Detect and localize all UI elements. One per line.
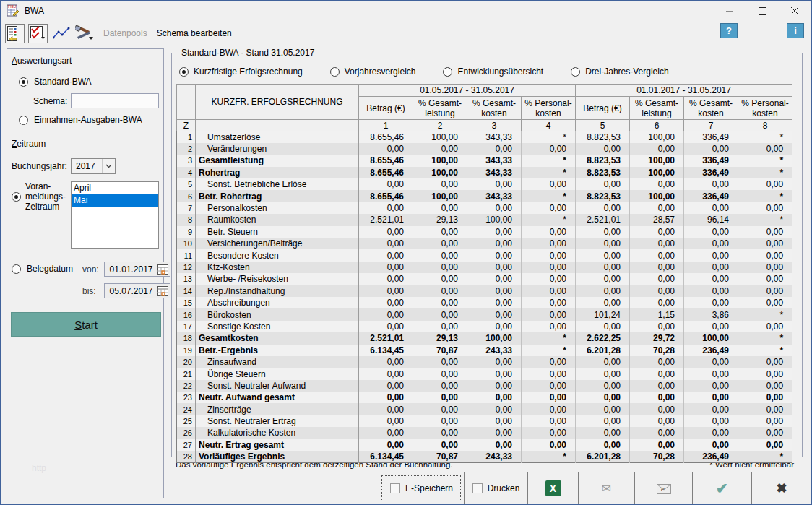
email-button[interactable]: e: [634, 472, 692, 504]
cell-value: 0,00: [738, 427, 792, 439]
cell-value: 0,00: [738, 273, 792, 285]
datenpools-button: Datenpools: [103, 28, 147, 38]
table-row[interactable]: 13Werbe- /Reisekosten0,000,000,000,000,0…: [177, 273, 792, 285]
table-row[interactable]: 9Betr. Steuern0,000,000,000,000,000,000,…: [177, 226, 792, 238]
column-header: % Personal-kosten: [522, 97, 576, 120]
help-button[interactable]: ?: [720, 23, 738, 38]
list-item-april[interactable]: April: [72, 182, 158, 194]
cell-value: 336,49: [684, 167, 738, 178]
row-label: Bürokosten: [196, 308, 359, 320]
cell-value: 6.134,45: [359, 451, 413, 462]
table-row[interactable]: 17Sonstige Kosten0,000,000,000,000,000,0…: [177, 321, 792, 332]
radio-drei-jahres-vergleich[interactable]: Drei-Jahres-Vergleich: [571, 66, 668, 77]
table-row[interactable]: 15Abschreibungen0,000,000,000,000,000,00…: [177, 297, 792, 308]
cell-value: 0,00: [576, 439, 630, 451]
cancel-button[interactable]: ✖: [751, 472, 811, 504]
radio-standard-bwa[interactable]: Standard-BWA: [19, 77, 163, 87]
buchungsjahr-select[interactable]: 2017: [71, 158, 116, 174]
check-options-icon[interactable]: [28, 24, 48, 43]
cell-value: 0,00: [684, 273, 738, 285]
cell-value: 0,00: [576, 321, 630, 332]
table-row[interactable]: 19Betr.-Ergebnis6.134,4570,87243,33*6.20…: [177, 345, 792, 356]
radio-belegdatum[interactable]: Belegdatum: [12, 264, 73, 274]
table-row[interactable]: 18Gesamtkosten2.521,0129,13100,00*2.622,…: [177, 332, 792, 344]
table-row[interactable]: 24Zinserträge0,000,000,000,000,000,000,0…: [177, 403, 792, 415]
cell-value: 70,28: [630, 345, 684, 356]
start-button[interactable]: Start: [11, 312, 161, 337]
groupbox-title: Standard-BWA - Stand 31.05.2017: [178, 48, 318, 58]
cell-value: 0,00: [467, 392, 522, 403]
mail-button[interactable]: ✉: [578, 472, 634, 504]
drucken-checkbox[interactable]: [472, 483, 483, 493]
row-number: 15: [177, 297, 196, 308]
radio-entwicklungsuebersicht[interactable]: Entwicklungsübersicht: [443, 66, 543, 77]
cell-value: 0,00: [684, 297, 738, 308]
cell-value: 100,00: [630, 131, 684, 143]
cell-value: 2.521,01: [359, 332, 413, 344]
cell-value: 0,00: [522, 403, 576, 415]
row-number: 4: [177, 167, 196, 178]
radio-kurzfristige-erfolgsrechnung[interactable]: Kurzfristige Erfolgsrechnung: [179, 66, 303, 77]
row-label: Rohertrag: [196, 167, 359, 178]
table-row[interactable]: 25Sonst. Neutraler Ertrag0,000,000,000,0…: [177, 415, 792, 427]
cell-value: 0,00: [738, 392, 792, 403]
table-row[interactable]: 27Neutr. Ertrag gesamt0,000,000,000,000,…: [177, 439, 792, 451]
table-row[interactable]: 12Kfz-Kosten0,000,000,000,000,000,000,00…: [177, 262, 792, 273]
drucken-button[interactable]: Drucken: [464, 472, 527, 504]
report-settings-icon[interactable]: [5, 24, 25, 43]
table-row[interactable]: 1Umsatzerlöse8.655,46100,00343,33*8.823,…: [177, 131, 792, 143]
cell-value: 8.655,46: [359, 167, 413, 178]
table-row[interactable]: 20Zinsaufwand0,000,000,000,000,000,000,0…: [177, 356, 792, 368]
table-row[interactable]: 10Versicherungen/Beiträge0,000,000,000,0…: [177, 238, 792, 249]
radio-voranmeldungszeitraum[interactable]: Voran- meldungs- Zeitraum: [12, 181, 71, 249]
cell-value: 0,00: [684, 392, 738, 403]
e-speichern-button[interactable]: E-Speichern: [379, 472, 464, 504]
info-button[interactable]: i: [787, 23, 804, 38]
e-speichern-checkbox[interactable]: [390, 483, 400, 493]
cell-value: 0,00: [359, 321, 413, 332]
table-row[interactable]: 16Bürokosten0,000,000,000,00101,241,153,…: [177, 308, 792, 320]
minimize-icon[interactable]: [714, 1, 746, 21]
maximize-icon[interactable]: [746, 1, 779, 21]
radio-vorjahresvergleich[interactable]: Vorjahresvergleich: [330, 66, 416, 77]
chart-icon[interactable]: [51, 24, 71, 43]
cell-value: 70,87: [413, 451, 467, 462]
cell-value: 243,33: [467, 451, 522, 462]
table-row[interactable]: 2Veränderungen0,000,000,000,000,000,000,…: [177, 143, 792, 155]
close-icon[interactable]: [779, 1, 811, 21]
tools-icon[interactable]: [74, 24, 94, 43]
list-item-mai[interactable]: Mai: [72, 194, 158, 207]
cell-value: 0,00: [359, 356, 413, 368]
table-row[interactable]: 14Rep./Instandhaltung0,000,000,000,000,0…: [177, 285, 792, 297]
ok-button[interactable]: ✔: [692, 472, 751, 504]
cell-value: 236,49: [684, 345, 738, 356]
calendar-icon[interactable]: [157, 286, 168, 296]
table-row[interactable]: 7Personalkosten0,000,000,000,000,000,000…: [177, 202, 792, 214]
table-row[interactable]: 4Rohertrag8.655,46100,00343,33*8.823,531…: [177, 167, 792, 178]
radio-einnahmen-ausgaben-bwa[interactable]: Einnahmen-Ausgaben-BWA: [19, 115, 163, 125]
svg-text:FIBU: FIBU: [8, 4, 17, 9]
table-row[interactable]: 21Übrige Steuern0,000,000,000,000,000,00…: [177, 368, 792, 379]
table-row[interactable]: 8Raumkosten2.521,0129,13100,00*2.521,012…: [177, 214, 792, 225]
row-number: 14: [177, 285, 196, 297]
table-row[interactable]: 6Betr. Rohertrag8.655,46100,00343,33*8.8…: [177, 190, 792, 202]
schema-input[interactable]: [71, 93, 159, 108]
table-row[interactable]: 3Gesamtleistung8.655,46100,00343,33*8.82…: [177, 155, 792, 166]
month-listbox[interactable]: April Mai: [71, 181, 159, 249]
excel-export-button[interactable]: X: [527, 472, 578, 504]
table-row[interactable]: 22Sonst. Neutraler Aufwand0,000,000,000,…: [177, 380, 792, 392]
table-row[interactable]: 5Sonst. Betriebliche Erlöse0,000,000,000…: [177, 178, 792, 190]
bis-date-field[interactable]: 05.07.2017: [104, 283, 170, 298]
cell-value: 0,00: [522, 439, 576, 451]
table-row[interactable]: 28Vorläufiges Ergebnis6.134,4570,87243,3…: [177, 451, 792, 462]
calendar-icon[interactable]: [157, 264, 168, 275]
cell-value: 0,00: [467, 380, 522, 392]
table-row[interactable]: 23Neutr. Aufwand gesamt0,000,000,000,000…: [177, 392, 792, 403]
schema-bearbeiten-button[interactable]: Schema bearbeiten: [157, 28, 232, 38]
table-row[interactable]: 11Besondere Kosten0,000,000,000,000,000,…: [177, 249, 792, 261]
row-number: 8: [177, 214, 196, 225]
table-row[interactable]: 26Kalkulatorische Kosten0,000,000,000,00…: [177, 427, 792, 439]
von-date-field[interactable]: 01.01.2017: [104, 262, 170, 277]
cell-value: 2.521,01: [576, 214, 630, 225]
cell-value: *: [522, 451, 576, 462]
